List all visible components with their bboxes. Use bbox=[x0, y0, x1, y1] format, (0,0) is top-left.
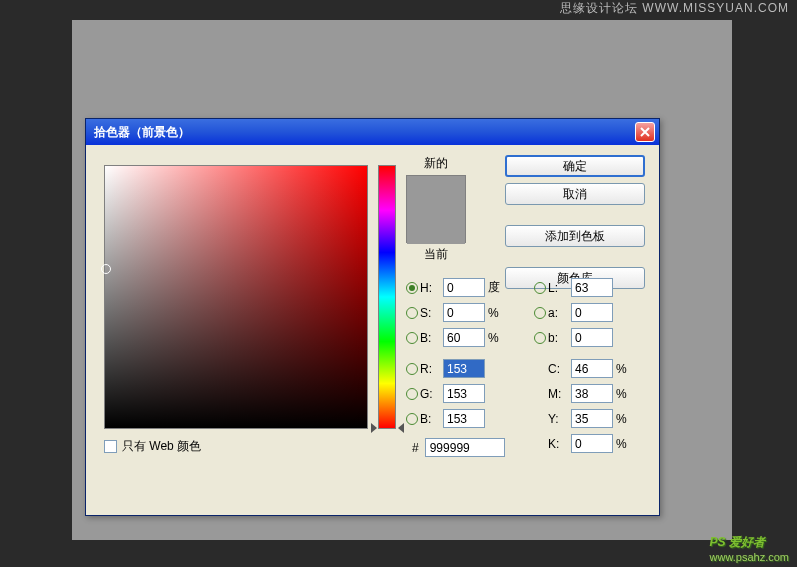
saturation-value-picker[interactable] bbox=[104, 165, 368, 429]
r-label: R: bbox=[420, 362, 440, 376]
h-input[interactable] bbox=[443, 278, 485, 297]
color-fields: H: 度 L: S: % a: B: bbox=[406, 275, 646, 456]
b-lab-label: b: bbox=[548, 331, 568, 345]
a-input[interactable] bbox=[571, 303, 613, 322]
hue-arrow-right-icon bbox=[398, 423, 404, 433]
color-swatch-group: 新的 当前 bbox=[406, 155, 466, 263]
g-label: G: bbox=[420, 387, 440, 401]
l-input[interactable] bbox=[571, 278, 613, 297]
watermark-bottom: PS 爱好者 www.psahz.com bbox=[710, 528, 789, 563]
hue-slider[interactable] bbox=[378, 165, 396, 429]
g-input[interactable] bbox=[443, 384, 485, 403]
dialog-body: 新的 当前 确定 取消 添加到色板 颜色库 H: 度 L: bbox=[86, 145, 659, 515]
a-label: a: bbox=[548, 306, 568, 320]
y-label: Y: bbox=[548, 412, 568, 426]
m-label: M: bbox=[548, 387, 568, 401]
s-label: S: bbox=[420, 306, 440, 320]
s-radio[interactable] bbox=[406, 307, 418, 319]
k-label: K: bbox=[548, 437, 568, 451]
s-input[interactable] bbox=[443, 303, 485, 322]
new-color-label: 新的 bbox=[406, 155, 466, 172]
add-to-swatch-button[interactable]: 添加到色板 bbox=[505, 225, 645, 247]
b-hsb-radio[interactable] bbox=[406, 332, 418, 344]
l-label: L: bbox=[548, 281, 568, 295]
y-input[interactable] bbox=[571, 409, 613, 428]
c-label: C: bbox=[548, 362, 568, 376]
hex-label: # bbox=[412, 441, 419, 455]
b-lab-radio[interactable] bbox=[534, 332, 546, 344]
current-color-label: 当前 bbox=[406, 246, 466, 263]
h-unit: 度 bbox=[488, 279, 506, 296]
close-button[interactable] bbox=[635, 122, 655, 142]
g-radio[interactable] bbox=[406, 388, 418, 400]
a-radio[interactable] bbox=[534, 307, 546, 319]
cancel-button[interactable]: 取消 bbox=[505, 183, 645, 205]
color-swatch[interactable] bbox=[406, 175, 466, 243]
current-color-swatch bbox=[407, 210, 465, 244]
k-input[interactable] bbox=[571, 434, 613, 453]
close-icon bbox=[640, 127, 650, 137]
web-colors-checkbox[interactable] bbox=[104, 440, 117, 453]
color-picker-dialog: 拾色器（前景色） 新的 当前 确定 取消 添加到色板 颜色库 bbox=[85, 118, 660, 516]
s-unit: % bbox=[488, 306, 506, 320]
action-buttons: 确定 取消 添加到色板 颜色库 bbox=[505, 155, 645, 289]
hex-input[interactable] bbox=[425, 438, 505, 457]
b-rgb-label: B: bbox=[420, 412, 440, 426]
b-lab-input[interactable] bbox=[571, 328, 613, 347]
b-hsb-label: B: bbox=[420, 331, 440, 345]
web-colors-checkbox-row[interactable]: 只有 Web 颜色 bbox=[104, 438, 201, 455]
b-hsb-input[interactable] bbox=[443, 328, 485, 347]
y-unit: % bbox=[616, 412, 634, 426]
hex-row: # bbox=[412, 438, 505, 457]
watermark-top: 思缘设计论坛 WWW.MISSYUAN.COM bbox=[560, 0, 789, 17]
h-label: H: bbox=[420, 281, 440, 295]
b-rgb-input[interactable] bbox=[443, 409, 485, 428]
h-radio[interactable] bbox=[406, 282, 418, 294]
dialog-title: 拾色器（前景色） bbox=[94, 124, 635, 141]
r-input[interactable] bbox=[443, 359, 485, 378]
l-radio[interactable] bbox=[534, 282, 546, 294]
ok-button[interactable]: 确定 bbox=[505, 155, 645, 177]
titlebar[interactable]: 拾色器（前景色） bbox=[86, 119, 659, 145]
sv-cursor-icon bbox=[101, 264, 111, 274]
b-hsb-unit: % bbox=[488, 331, 506, 345]
m-input[interactable] bbox=[571, 384, 613, 403]
web-colors-label: 只有 Web 颜色 bbox=[122, 438, 201, 455]
k-unit: % bbox=[616, 437, 634, 451]
r-radio[interactable] bbox=[406, 363, 418, 375]
new-color-swatch bbox=[407, 176, 465, 210]
hue-arrow-left-icon bbox=[371, 423, 377, 433]
m-unit: % bbox=[616, 387, 634, 401]
c-unit: % bbox=[616, 362, 634, 376]
c-input[interactable] bbox=[571, 359, 613, 378]
b-rgb-radio[interactable] bbox=[406, 413, 418, 425]
